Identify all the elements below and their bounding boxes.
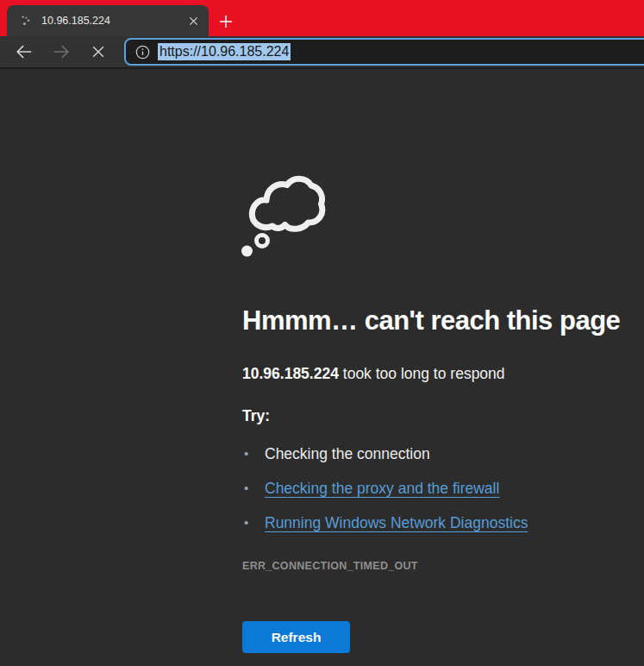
error-subtitle-text: took too long to respond [339,365,505,382]
thought-cloud-icon [238,167,328,257]
error-host: 10.96.185.224 [242,365,339,382]
suggestion-link-network-diagnostics[interactable]: Running Windows Network Diagnostics [242,512,528,533]
suggestion-item: Checking the connection [242,443,528,464]
close-icon [189,16,198,26]
url-input-selected-text[interactable]: https://10.96.185.224 [158,43,291,60]
plus-icon [218,14,234,29]
error-code: ERR_CONNECTION_TIMED_OUT [242,560,418,572]
arrow-left-icon [15,42,34,61]
tab-close-button[interactable] [184,12,202,29]
error-page: Hmmm… can't reach this page 10.96.185.22… [0,71,644,666]
back-button[interactable] [11,39,37,65]
tab-title: 10.96.185.224 [41,15,184,27]
site-info-button[interactable] [135,45,150,60]
refresh-button[interactable]: Refresh [242,621,350,653]
loading-spinner-icon [19,14,33,28]
new-tab-button[interactable] [216,11,236,32]
tab-strip: 10.96.185.224 [0,0,644,36]
stop-x-icon [90,43,107,60]
browser-tab[interactable]: 10.96.185.224 [7,5,209,36]
forward-button[interactable] [48,39,74,65]
browser-window: 10.96.185.224 [0,0,644,666]
suggestion-link-proxy-firewall[interactable]: Checking the proxy and the firewall [242,478,528,499]
try-label: Try: [242,407,270,425]
address-bar[interactable]: https://10.96.185.224 [124,38,644,66]
error-title: Hmmm… can't reach this page [242,305,620,336]
error-subtitle: 10.96.185.224 took too long to respond [242,365,505,383]
stop-button[interactable] [85,39,111,65]
info-icon [135,45,150,60]
arrow-right-icon [52,42,71,61]
suggestion-list: Checking the connection Checking the pro… [242,443,528,547]
browser-toolbar: https://10.96.185.224 [0,36,644,69]
